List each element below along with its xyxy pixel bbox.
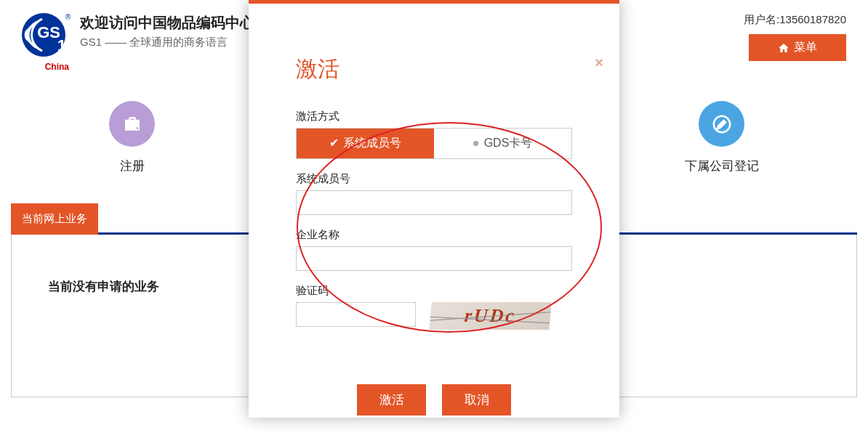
company-name-label: 企业名称 [296, 228, 572, 242]
captcha-label: 验证码 [296, 284, 572, 298]
company-name-input[interactable] [296, 246, 572, 271]
activate-button[interactable]: 激活 [357, 384, 426, 397]
modal-title: 激活 [296, 54, 572, 84]
member-number-input[interactable] [296, 190, 572, 215]
bullet-icon [473, 141, 478, 146]
cancel-button[interactable]: 取消 [442, 384, 511, 397]
captcha-image[interactable]: rUDc [429, 302, 551, 330]
captcha-input[interactable] [296, 302, 416, 327]
activate-modal: × 激活 激活方式 ✔系统成员号 GDS卡号 系统成员号 企业名称 验证码 rU… [249, 0, 619, 397]
tab-gds-card[interactable]: GDS卡号 [434, 129, 571, 158]
member-number-label: 系统成员号 [296, 172, 572, 186]
check-icon: ✔ [329, 137, 339, 149]
tab-system-member[interactable]: ✔系统成员号 [297, 129, 434, 158]
activation-method-label: 激活方式 [296, 110, 572, 123]
close-icon[interactable]: × [595, 54, 603, 71]
